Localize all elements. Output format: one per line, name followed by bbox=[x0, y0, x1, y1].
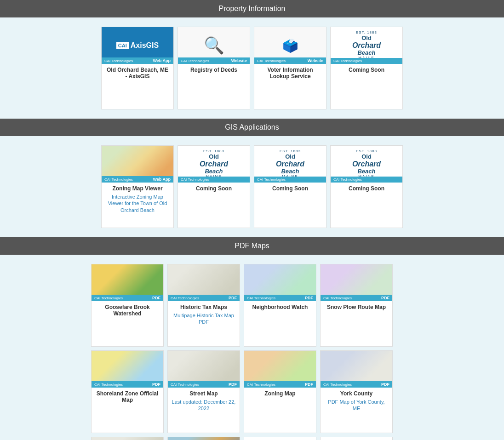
card-deeds-badge: CAI Technologies Website bbox=[178, 57, 250, 64]
card-maine-wall-thumbnail: CAI Technologies PDF bbox=[92, 437, 163, 440]
card-historic-body: Historic Tax Maps Multipage Historic Tax… bbox=[168, 301, 240, 346]
card-axiscad-badge: CAI Technologies Web App bbox=[102, 57, 173, 64]
cai-label-zv: CAI Technologies bbox=[104, 177, 133, 182]
card-neighborhood-thumbnail: CAI Technologies PDF bbox=[244, 264, 316, 301]
cai-label-nw: CAI Technologies bbox=[247, 296, 275, 300]
card-historic-thumbnail: CAI Technologies PDF bbox=[168, 264, 240, 301]
cai-label: CAI Technologies bbox=[104, 59, 133, 63]
gis-card-grid: CAI Technologies Web App Zoning Map View… bbox=[101, 145, 403, 228]
card-gis-c3-badge: CAI Technologies bbox=[254, 177, 326, 183]
card-gis-coming4-thumbnail: EST. 1883 Old Orchard Beach MAINE CAI Te… bbox=[331, 146, 402, 183]
cai-label-sm: CAI Technologies bbox=[171, 383, 199, 387]
card-gis-coming2[interactable]: EST. 1883 Old Orchard Beach MAINE CAI Te… bbox=[178, 145, 250, 228]
card-deeds-title: Registry of Deeds bbox=[182, 67, 246, 73]
cai-label-sl: CAI Technologies bbox=[94, 383, 123, 387]
card-zoning-pdf[interactable]: CAI Technologies PDF Zoning Map bbox=[244, 350, 316, 433]
card-voter-body: Voter Information Lookup Service bbox=[254, 64, 326, 109]
oob-logo-1: EST. 1883 Old Orchard Beach MAINE bbox=[350, 29, 383, 63]
cai-label-yc: CAI Technologies bbox=[323, 383, 352, 387]
cai-label-ht: CAI Technologies bbox=[171, 296, 199, 300]
card-coming1[interactable]: EST. 1883 Old Orchard Beach MAINE CAI Te… bbox=[330, 27, 403, 109]
street-badge-type: PDF bbox=[229, 382, 237, 387]
card-york-thumbnail: CAI Technologies PDF bbox=[321, 351, 392, 388]
axisgis-text: AxisGIS bbox=[131, 41, 159, 50]
card-gis-coming2-title: Coming Soon bbox=[182, 185, 246, 192]
card-goosefare-thumbnail: CAI Technologies PDF bbox=[92, 264, 163, 301]
card-gis-coming2-thumbnail: EST. 1883 Old Orchard Beach MAINE CAI Te… bbox=[178, 146, 250, 183]
card-axiscad[interactable]: CAI AxisGIS CAI Technologies Web App Old… bbox=[101, 27, 174, 109]
card-historic-badge: CAI Technologies PDF bbox=[168, 295, 240, 301]
card-historic[interactable]: CAI Technologies PDF Historic Tax Maps M… bbox=[167, 264, 240, 347]
cai-text: CAI bbox=[116, 42, 129, 49]
gis-section-header: GIS Applications bbox=[0, 119, 504, 136]
card-zoning-pdf-badge: CAI Technologies PDF bbox=[244, 381, 316, 388]
card-gis-coming3-body: Coming Soon bbox=[254, 183, 326, 228]
property-section-title: Property Information bbox=[219, 5, 286, 12]
pdf-section-content: CAI Technologies PDF Goosefare Brook Wat… bbox=[0, 255, 504, 440]
york-badge-type: PDF bbox=[381, 382, 389, 387]
card-neighborhood-title: Neighborhood Watch bbox=[248, 304, 312, 310]
card-gis-coming3[interactable]: EST. 1883 Old Orchard Beach MAINE CAI Te… bbox=[254, 145, 326, 228]
card-neighborhood-body: Neighborhood Watch bbox=[244, 301, 316, 346]
deeds-badge-type: Website bbox=[231, 58, 247, 63]
card-historic-desc: Multipage Historic Tax Map PDF bbox=[172, 312, 236, 326]
card-york-desc: PDF Map of York County, ME bbox=[324, 399, 389, 412]
card-snowplow[interactable]: CAI Technologies PDF Snow Plow Route Map bbox=[320, 264, 393, 347]
card-gis-coming4[interactable]: EST. 1883 Old Orchard Beach MAINE CAI Te… bbox=[330, 145, 403, 228]
pdf-section-header: PDF Maps bbox=[0, 237, 504, 255]
card-street[interactable]: CAI Technologies PDF Street Map Last upd… bbox=[167, 350, 240, 433]
card-shoreland-thumbnail: CAI Technologies PDF bbox=[92, 351, 163, 388]
card-pdf-coming1[interactable]: EST. 1883 Old Orchard Beach MAINE CAI Te… bbox=[244, 437, 316, 440]
card-geologic-thumbnail: CAI Technologies PDF bbox=[168, 437, 240, 440]
card-axiscad-thumbnail: CAI AxisGIS CAI Technologies Web App bbox=[102, 27, 173, 64]
card-geologic[interactable]: CAI Technologies PDF Geologic Map of Mai… bbox=[167, 437, 240, 440]
card-goosefare-body: Goosefare Brook Watershed bbox=[92, 301, 163, 346]
card-street-title: Street Map bbox=[172, 390, 236, 397]
card-snowplow-thumbnail: CAI Technologies PDF bbox=[321, 264, 392, 301]
card-historic-title: Historic Tax Maps bbox=[172, 304, 236, 310]
page-wrapper: Property Information CAI AxisGIS CAI Tec… bbox=[0, 0, 504, 440]
cai-label-c3: CAI Technologies bbox=[257, 177, 286, 182]
card-coming1-thumbnail: EST. 1883 Old Orchard Beach MAINE CAI Te… bbox=[331, 27, 402, 64]
card-coming1-body: Coming Soon bbox=[331, 64, 402, 109]
historic-badge-type: PDF bbox=[229, 296, 237, 300]
card-york-badge: CAI Technologies PDF bbox=[321, 381, 392, 388]
card-gis-coming3-title: Coming Soon bbox=[258, 185, 322, 192]
card-street-thumbnail: CAI Technologies PDF bbox=[168, 351, 240, 388]
card-goosefare-title: Goosefare Brook Watershed bbox=[95, 304, 160, 317]
card-voter[interactable]: 🗳️ CAI Technologies Website Voter Inform… bbox=[254, 27, 326, 109]
goosefare-badge-type: PDF bbox=[152, 296, 160, 300]
card-street-badge: CAI Technologies PDF bbox=[168, 381, 240, 388]
card-gis-coming4-body: Coming Soon bbox=[331, 183, 402, 228]
card-york-body: York County PDF Map of York County, ME bbox=[321, 388, 392, 433]
card-zoning-pdf-thumbnail: CAI Technologies PDF bbox=[244, 351, 316, 388]
gis-section-content: CAI Technologies Web App Zoning Map View… bbox=[0, 136, 504, 237]
card-neighborhood[interactable]: CAI Technologies PDF Neighborhood Watch bbox=[244, 264, 316, 347]
oob-logo-2: EST. 1883 Old Orchard Beach MAINE bbox=[197, 147, 230, 181]
card-deeds-body: Registry of Deeds bbox=[178, 64, 250, 109]
card-york[interactable]: CAI Technologies PDF York County PDF Map… bbox=[320, 350, 393, 433]
property-card-grid: CAI AxisGIS CAI Technologies Web App Old… bbox=[101, 27, 403, 109]
card-gis-c2-badge: CAI Technologies bbox=[178, 177, 250, 183]
property-section-header: Property Information bbox=[0, 0, 504, 17]
card-snowplow-body: Snow Plow Route Map bbox=[321, 301, 392, 346]
card-maine-wall[interactable]: CAI Technologies PDF State of Maine Wall… bbox=[91, 437, 164, 440]
card-pdf-coming2[interactable]: EST. 1883 Old Orchard Beach MAINE CAI Te… bbox=[320, 437, 393, 440]
oob-logo-3: EST. 1883 Old Orchard Beach MAINE bbox=[274, 147, 307, 181]
cai-label-deeds: CAI Technologies bbox=[181, 59, 209, 63]
pdf-section-title: PDF Maps bbox=[235, 242, 269, 250]
card-zoning-badge: CAI Technologies Web App bbox=[102, 176, 173, 183]
snowplow-badge-type: PDF bbox=[381, 296, 389, 300]
cai-label-c4: CAI Technologies bbox=[333, 177, 362, 182]
cai-label-sp: CAI Technologies bbox=[323, 296, 352, 300]
card-shoreland-title: Shoreland Zone Official Map bbox=[95, 390, 160, 403]
card-voter-thumbnail: 🗳️ CAI Technologies Website bbox=[254, 27, 326, 64]
card-zoning-viewer[interactable]: CAI Technologies Web App Zoning Map View… bbox=[101, 145, 174, 228]
card-york-title: York County bbox=[324, 390, 389, 397]
card-deeds[interactable]: 🔍 CAI Technologies Website Registry of D… bbox=[178, 27, 250, 109]
card-zoning-viewer-title: Zoning Map Viewer bbox=[105, 185, 170, 192]
deeds-icon: 🔍 bbox=[204, 36, 224, 55]
card-shoreland[interactable]: CAI Technologies PDF Shoreland Zone Offi… bbox=[91, 350, 164, 433]
card-goosefare[interactable]: CAI Technologies PDF Goosefare Brook Wat… bbox=[91, 264, 164, 347]
card-axiscad-title: Old Orchard Beach, ME - AxisGIS bbox=[105, 67, 170, 80]
